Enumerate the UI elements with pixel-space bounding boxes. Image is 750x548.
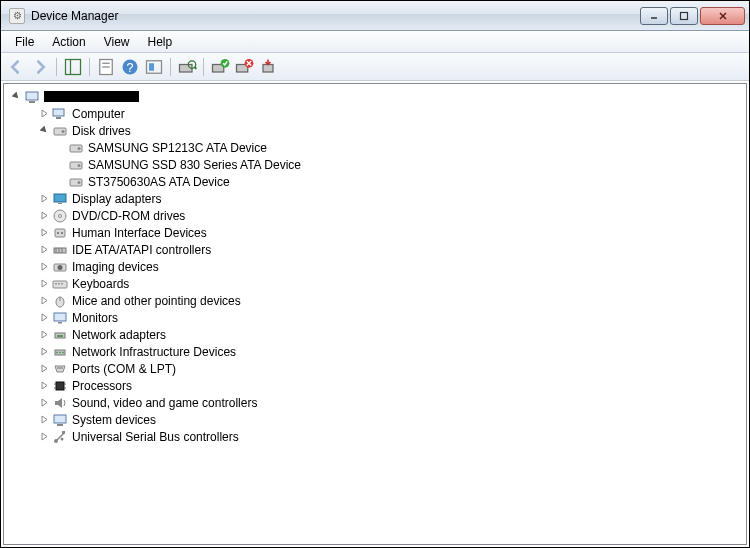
svg-rect-50 <box>58 283 60 285</box>
svg-rect-24 <box>29 101 35 103</box>
svg-rect-70 <box>54 415 66 423</box>
collapse-icon[interactable] <box>8 89 24 105</box>
svg-rect-54 <box>54 313 66 321</box>
tree-root[interactable] <box>4 88 746 105</box>
expand-icon[interactable] <box>36 208 52 224</box>
expand-icon[interactable] <box>36 106 52 122</box>
expand-icon[interactable] <box>36 293 52 309</box>
label: ST3750630AS ATA Device <box>88 175 230 189</box>
category-usb[interactable]: Universal Serial Bus controllers <box>4 428 746 445</box>
svg-point-40 <box>57 232 59 234</box>
device-drive3[interactable]: ST3750630AS ATA Device <box>4 173 746 190</box>
scan-hardware-button[interactable] <box>176 56 198 78</box>
category-computer[interactable]: Computer <box>4 105 746 122</box>
svg-point-64 <box>61 367 63 369</box>
category-keyboards[interactable]: Keyboards <box>4 275 746 292</box>
label: Ports (COM & LPT) <box>72 362 176 376</box>
monitor-icon <box>52 310 68 326</box>
svg-point-63 <box>59 367 61 369</box>
category-disk-drives[interactable]: Disk drives <box>4 122 746 139</box>
category-netinfra[interactable]: Network Infrastructure Devices <box>4 343 746 360</box>
expand-icon[interactable] <box>36 310 52 326</box>
svg-point-75 <box>61 437 64 440</box>
computer-category-icon <box>52 106 68 122</box>
back-button[interactable] <box>5 56 27 78</box>
category-ide[interactable]: IDE ATA/ATAPI controllers <box>4 241 746 258</box>
label: Sound, video and game controllers <box>72 396 257 410</box>
titlebar[interactable]: ⚙ Device Manager <box>1 1 749 31</box>
maximize-button[interactable] <box>670 7 698 25</box>
category-imaging[interactable]: Imaging devices <box>4 258 746 275</box>
disk-icon <box>52 123 68 139</box>
device-drive1[interactable]: SAMSUNG SP1213C ATA Device <box>4 139 746 156</box>
category-processors[interactable]: Processors <box>4 377 746 394</box>
usb-icon <box>52 429 68 445</box>
label: Disk drives <box>72 124 131 138</box>
expand-icon[interactable] <box>36 191 52 207</box>
label: IDE ATA/ATAPI controllers <box>72 243 211 257</box>
category-ports[interactable]: Ports (COM & LPT) <box>4 360 746 377</box>
show-hide-tree-button[interactable] <box>62 56 84 78</box>
action-button[interactable] <box>143 56 165 78</box>
svg-point-59 <box>56 351 58 353</box>
svg-rect-12 <box>149 63 154 71</box>
category-display[interactable]: Display adapters <box>4 190 746 207</box>
category-monitors[interactable]: Monitors <box>4 309 746 326</box>
enable-button[interactable] <box>209 56 231 78</box>
label: Monitors <box>72 311 118 325</box>
computer-icon <box>24 89 40 105</box>
svg-rect-26 <box>56 117 61 119</box>
expand-icon[interactable] <box>36 259 52 275</box>
category-hid[interactable]: Human Interface Devices <box>4 224 746 241</box>
disable-button[interactable] <box>233 56 255 78</box>
svg-rect-74 <box>62 431 65 434</box>
label: System devices <box>72 413 156 427</box>
svg-rect-1 <box>681 12 688 19</box>
imaging-icon <box>52 259 68 275</box>
expand-icon[interactable] <box>36 429 52 445</box>
label: Keyboards <box>72 277 129 291</box>
label: Universal Serial Bus controllers <box>72 430 239 444</box>
svg-point-34 <box>78 181 81 184</box>
svg-point-30 <box>78 147 81 150</box>
forward-button[interactable] <box>29 56 51 78</box>
category-mice[interactable]: Mice and other pointing devices <box>4 292 746 309</box>
display-icon <box>52 191 68 207</box>
expand-icon[interactable] <box>36 225 52 241</box>
toolbar: ? <box>1 53 749 81</box>
category-sound[interactable]: Sound, video and game controllers <box>4 394 746 411</box>
svg-rect-51 <box>61 283 63 285</box>
expand-icon[interactable] <box>36 378 52 394</box>
device-tree-panel[interactable]: Computer Disk drives SAMSUNG SP1213C ATA… <box>3 83 747 545</box>
minimize-button[interactable] <box>640 7 668 25</box>
properties-button[interactable] <box>95 56 117 78</box>
computer-name-redacted <box>44 91 139 102</box>
expand-icon[interactable] <box>36 361 52 377</box>
category-network[interactable]: Network adapters <box>4 326 746 343</box>
close-button[interactable] <box>700 7 745 25</box>
svg-point-47 <box>58 265 63 270</box>
menu-action[interactable]: Action <box>44 33 93 51</box>
app-icon: ⚙ <box>9 8 25 24</box>
svg-rect-57 <box>57 335 63 337</box>
ports-icon <box>52 361 68 377</box>
label: Display adapters <box>72 192 161 206</box>
menu-help[interactable]: Help <box>140 33 181 51</box>
collapse-icon[interactable] <box>36 123 52 139</box>
disk-icon <box>68 157 84 173</box>
expand-icon[interactable] <box>36 327 52 343</box>
category-dvd[interactable]: DVD/CD-ROM drives <box>4 207 746 224</box>
menu-view[interactable]: View <box>96 33 138 51</box>
svg-rect-65 <box>56 382 64 390</box>
device-drive2[interactable]: SAMSUNG SSD 830 Series ATA Device <box>4 156 746 173</box>
uninstall-button[interactable] <box>257 56 279 78</box>
expand-icon[interactable] <box>36 344 52 360</box>
expand-icon[interactable] <box>36 242 52 258</box>
category-system[interactable]: System devices <box>4 411 746 428</box>
expand-icon[interactable] <box>36 412 52 428</box>
expand-icon[interactable] <box>36 276 52 292</box>
help-button[interactable]: ? <box>119 56 141 78</box>
menu-file[interactable]: File <box>7 33 42 51</box>
expand-icon[interactable] <box>36 395 52 411</box>
svg-point-38 <box>59 214 62 217</box>
